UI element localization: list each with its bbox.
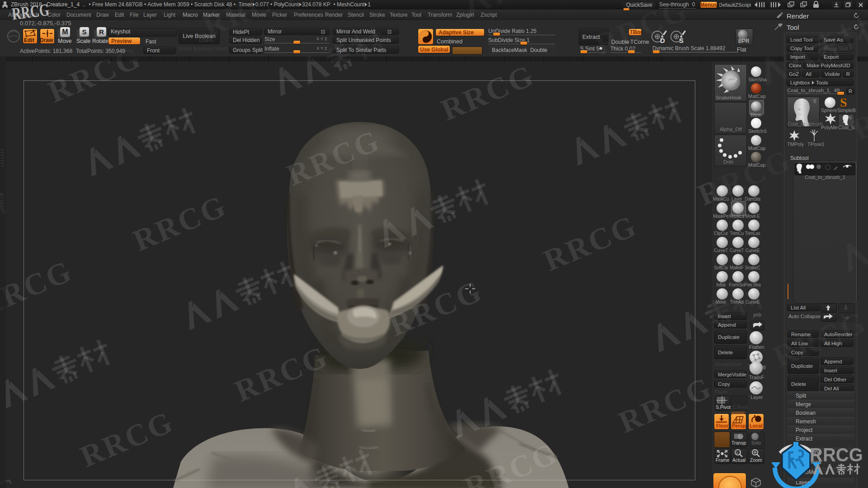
svg-text:S: S xyxy=(679,37,684,44)
svg-text:S: S xyxy=(840,96,847,108)
svg-text:D: D xyxy=(660,37,665,44)
svg-text:1:1: 1:1 xyxy=(736,450,741,455)
